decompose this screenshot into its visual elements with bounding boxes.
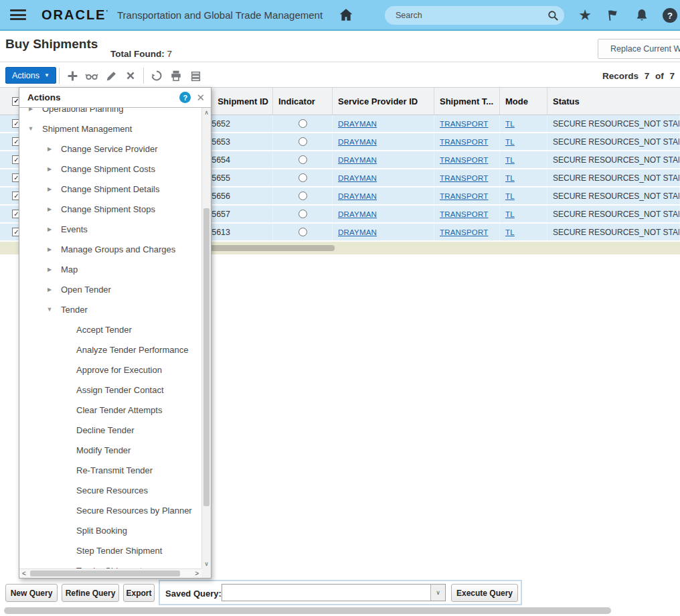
menu-item-events[interactable]: ▶Events xyxy=(19,219,201,239)
refresh-icon[interactable] xyxy=(150,69,163,82)
col-shipment-type[interactable]: Shipment T... xyxy=(434,88,500,114)
collapsed-arrow-icon[interactable]: ▶ xyxy=(44,287,56,293)
scroll-right-icon[interactable]: > xyxy=(195,569,199,578)
export-button[interactable]: Export xyxy=(123,584,155,602)
menu-item-change-shipment-costs[interactable]: ▶Change Shipment Costs xyxy=(19,159,201,179)
menu-item-map[interactable]: ▶Map xyxy=(19,259,201,279)
mode-link[interactable]: TL xyxy=(505,210,515,218)
shipment-type-link[interactable]: TRANSPORT xyxy=(440,120,489,128)
menu-item-split-booking[interactable]: Split Booking xyxy=(19,520,201,540)
menu-item-re-transmit-tender[interactable]: Re-Transmit Tender xyxy=(19,460,201,480)
menu-item-step-tender-shipment[interactable]: Step Tender Shipment xyxy=(19,540,201,560)
service-provider-link[interactable]: DRAYMAN xyxy=(338,210,377,218)
collapsed-arrow-icon[interactable]: ▶ xyxy=(44,266,56,273)
col-mode[interactable]: Mode xyxy=(500,88,547,114)
replace-current-window-button[interactable]: Replace Current Win xyxy=(598,39,680,59)
collapsed-arrow-icon[interactable]: ▶ xyxy=(25,108,37,112)
collapsed-arrow-icon[interactable]: ▶ xyxy=(44,166,56,172)
menu-item-change-shipment-stops[interactable]: ▶Change Shipment Stops xyxy=(19,199,201,219)
scroll-left-icon[interactable]: < xyxy=(22,569,26,578)
indicator-radio[interactable] xyxy=(299,228,307,236)
list-view-icon[interactable] xyxy=(189,69,202,82)
mode-link[interactable]: TL xyxy=(505,138,515,146)
print-icon[interactable] xyxy=(169,69,183,82)
scroll-up-icon[interactable]: ∧ xyxy=(202,109,211,116)
add-icon[interactable] xyxy=(66,69,79,82)
popup-hscrollbar[interactable]: < > xyxy=(19,568,201,578)
shipment-type-link[interactable]: TRANSPORT xyxy=(440,228,489,236)
collapsed-arrow-icon[interactable]: ▶ xyxy=(44,226,56,232)
service-provider-link[interactable]: DRAYMAN xyxy=(338,120,377,128)
hamburger-menu-icon[interactable] xyxy=(10,9,26,20)
collapsed-arrow-icon[interactable]: ▶ xyxy=(44,186,56,192)
collapsed-arrow-icon[interactable]: ▶ xyxy=(44,206,56,212)
refine-query-button[interactable]: Refine Query xyxy=(62,584,119,602)
delete-x-icon[interactable] xyxy=(124,69,137,82)
select-chevron-icon[interactable]: ∨ xyxy=(430,585,445,601)
notifications-bell-icon[interactable] xyxy=(630,0,653,31)
service-provider-link[interactable]: DRAYMAN xyxy=(338,138,377,146)
indicator-radio[interactable] xyxy=(299,137,307,146)
menu-item-change-service-provider[interactable]: ▶Change Service Provider xyxy=(19,139,201,159)
menu-item-operational-planning[interactable]: ▶Operational Planning xyxy=(19,108,201,119)
menu-item-analyze-tender-performance[interactable]: Analyze Tender Performance xyxy=(19,339,201,360)
actions-button[interactable]: Actions▼ xyxy=(5,67,56,84)
popup-help-icon[interactable]: ? xyxy=(179,92,191,103)
flag-icon[interactable] xyxy=(602,0,624,31)
saved-query-select[interactable]: ∨ xyxy=(222,584,446,601)
service-provider-link[interactable]: DRAYMAN xyxy=(338,156,377,164)
mode-link[interactable]: TL xyxy=(505,228,515,236)
indicator-radio[interactable] xyxy=(299,119,307,128)
menu-item-change-shipment-details[interactable]: ▶Change Shipment Details xyxy=(19,179,201,199)
service-provider-link[interactable]: DRAYMAN xyxy=(338,174,377,182)
shipment-type-link[interactable]: TRANSPORT xyxy=(440,138,489,146)
help-icon[interactable]: ? xyxy=(660,0,680,31)
indicator-radio[interactable] xyxy=(299,173,307,182)
mode-link[interactable]: TL xyxy=(505,156,515,164)
shipment-type-link[interactable]: TRANSPORT xyxy=(440,156,489,164)
indicator-radio[interactable] xyxy=(299,191,307,200)
menu-item-secure-resources[interactable]: Secure Resources xyxy=(19,480,201,500)
mode-link[interactable]: TL xyxy=(505,192,515,200)
favorites-star-icon[interactable]: ★ xyxy=(574,0,596,31)
new-query-button[interactable]: New Query xyxy=(5,584,58,602)
execute-query-button[interactable]: Execute Query xyxy=(451,584,518,602)
shipment-type-link[interactable]: TRANSPORT xyxy=(440,210,489,218)
menu-item-manage-groups-and-charges[interactable]: ▶Manage Groups and Charges xyxy=(19,239,201,259)
expanded-arrow-icon[interactable]: ▼ xyxy=(44,306,56,313)
menu-item-shipment-management[interactable]: ▼Shipment Management xyxy=(19,119,201,139)
expanded-arrow-icon[interactable]: ▼ xyxy=(25,125,37,132)
menu-item-modify-tender[interactable]: Modify Tender xyxy=(19,440,201,460)
view-glasses-icon[interactable] xyxy=(85,69,98,82)
service-provider-link[interactable]: DRAYMAN xyxy=(338,228,377,236)
menu-item-approve-for-execution[interactable]: Approve for Execution xyxy=(19,360,201,380)
edit-pencil-icon[interactable] xyxy=(104,69,118,82)
home-icon[interactable] xyxy=(339,8,353,21)
collapsed-arrow-icon[interactable]: ▶ xyxy=(44,146,56,152)
scroll-down-icon[interactable]: ∨ xyxy=(202,560,211,567)
indicator-radio[interactable] xyxy=(299,210,307,218)
mode-link[interactable]: TL xyxy=(505,120,515,128)
popup-vscrollbar-thumb[interactable] xyxy=(203,208,209,506)
col-status[interactable]: Status xyxy=(547,88,680,114)
shipment-type-link[interactable]: TRANSPORT xyxy=(440,174,489,182)
menu-item-clear-tender-attempts[interactable]: Clear Tender Attempts xyxy=(19,400,201,420)
service-provider-link[interactable]: DRAYMAN xyxy=(338,192,377,200)
popup-hscrollbar-thumb[interactable] xyxy=(30,570,180,576)
menu-item-accept-tender[interactable]: Accept Tender xyxy=(19,319,201,339)
popup-vscrollbar[interactable]: ∧ ∨ xyxy=(201,108,211,568)
col-service-provider[interactable]: Service Provider ID xyxy=(333,88,434,114)
menu-item-assign-tender-contact[interactable]: Assign Tender Contact xyxy=(19,380,201,400)
page-hscrollbar-thumb[interactable] xyxy=(4,607,611,614)
menu-item-open-tender[interactable]: ▶Open Tender xyxy=(19,279,201,299)
collapsed-arrow-icon[interactable]: ▶ xyxy=(44,246,56,252)
menu-item-secure-resources-by-planner[interactable]: Secure Resources by Planner xyxy=(19,500,201,520)
search-input[interactable] xyxy=(385,11,547,20)
popup-close-icon[interactable]: ✕ xyxy=(196,92,205,102)
indicator-radio[interactable] xyxy=(299,155,307,164)
menu-item-tender[interactable]: ▼Tender xyxy=(19,299,201,319)
shipment-type-link[interactable]: TRANSPORT xyxy=(440,192,489,200)
search-icon[interactable] xyxy=(547,10,559,21)
col-indicator[interactable]: Indicator xyxy=(273,88,333,114)
menu-item-tender-shipment[interactable]: Tender Shipment xyxy=(19,560,201,568)
